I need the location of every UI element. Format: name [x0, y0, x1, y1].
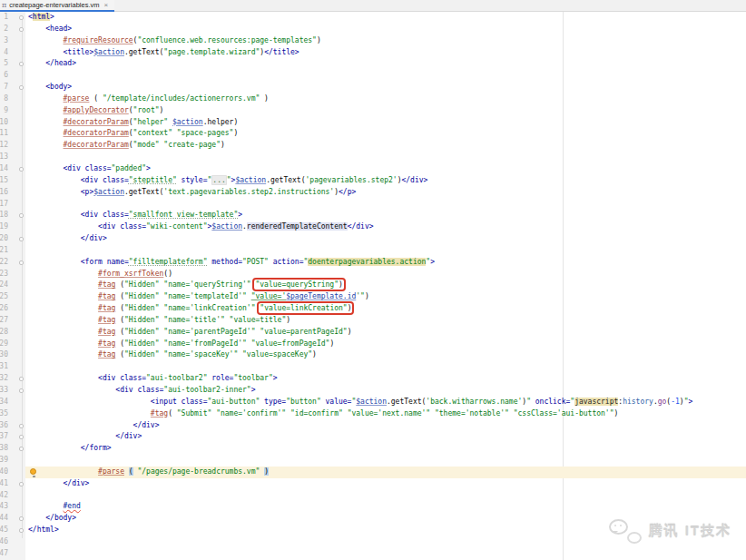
code-line-36[interactable]: 36 </div> — [0, 420, 746, 432]
fold-marker-icon[interactable] — [19, 424, 24, 428]
fold-column[interactable] — [8, 525, 25, 536]
code-line-31[interactable]: 31 — [0, 361, 746, 373]
fold-column[interactable] — [8, 82, 25, 93]
code-line-10[interactable]: 10 #decoratorParam("helper" $action.help… — [0, 117, 746, 129]
code-line-35[interactable]: 35 #tag( "Submit" "name='confirm'" "id=c… — [0, 408, 746, 420]
code-token — [28, 304, 98, 312]
fold-column[interactable] — [8, 24, 25, 35]
fold-marker-icon[interactable] — [19, 528, 24, 533]
code-line-7[interactable]: 7 <body> — [0, 82, 746, 93]
code-line-12[interactable]: 12 #decoratorParam("mode" "create-page") — [0, 140, 746, 152]
code-token: "name='confirm'" — [216, 409, 286, 418]
fold-marker-icon[interactable] — [19, 388, 24, 393]
code-token: 'text.pagevariables.step2.instructions' — [163, 188, 334, 196]
code-line-3[interactable]: 3 #requireResource("confluence.web.resou… — [0, 35, 746, 47]
code-line-43[interactable]: 43 #end — [0, 501, 746, 513]
code-token: ( — [89, 94, 102, 103]
fold-marker-icon[interactable] — [19, 167, 24, 172]
code-line-32[interactable]: 32 <div class="aui-toolbar2" role="toolb… — [0, 373, 746, 385]
code-line-25[interactable]: 25 #tag ("Hidden" "name='templateId'" "v… — [0, 291, 746, 303]
fold-marker-icon[interactable] — [19, 62, 24, 66]
fold-column[interactable] — [8, 257, 25, 269]
fold-column[interactable] — [8, 58, 25, 70]
fold-marker-icon[interactable] — [19, 237, 24, 241]
fold-column[interactable] — [8, 373, 25, 385]
fold-column[interactable] — [8, 385, 25, 397]
code-line-21[interactable]: 21 — [0, 245, 746, 257]
intention-bulb-icon[interactable] — [30, 468, 36, 475]
code-line-2[interactable]: 2 <head> — [0, 24, 746, 35]
ide-window: π createpage-entervariables.vm × 1<html>… — [0, 0, 746, 560]
code-line-11[interactable]: 11 #decoratorParam("context" "space-page… — [0, 128, 746, 140]
code-line-29[interactable]: 29 #tag ("Hidden" "name='fromPageId'" "v… — [0, 339, 746, 350]
code-line-28[interactable]: 28 #tag ("Hidden" "name='parentPageId'" … — [0, 327, 746, 339]
code-editor[interactable]: 1<html>2 <head>3 #requireResource("confl… — [0, 12, 746, 560]
code-text: #parse ( "/pages/page-breadcrumbs.vm" ) — [25, 467, 269, 478]
code-line-9[interactable]: 9 #applyDecorator("root") — [0, 105, 746, 117]
code-line-14[interactable]: 14 <div class="padded"> — [0, 163, 746, 175]
code-token: "Hidden" — [124, 280, 160, 289]
code-token: html — [33, 13, 50, 21]
code-line-19[interactable]: 19 <div class="wiki-content">$action.ren… — [0, 221, 746, 233]
tab-createpage-entervariables[interactable]: π createpage-entervariables.vm × — [0, 0, 114, 12]
code-line-42[interactable]: 42 — [0, 490, 746, 502]
fold-marker-icon[interactable] — [19, 516, 24, 521]
fold-marker-icon[interactable] — [19, 377, 24, 381]
fold-column[interactable] — [8, 513, 25, 525]
fold-marker-icon[interactable] — [19, 482, 24, 486]
code-line-26[interactable]: 26 #tag ("Hidden" "name='linkCreation'" … — [0, 303, 746, 315]
fold-column[interactable] — [8, 210, 25, 221]
code-line-17[interactable]: 17 — [0, 199, 746, 211]
line-number: 29 — [0, 339, 8, 350]
code-line-6[interactable]: 6 — [0, 70, 746, 82]
fold-column[interactable] — [8, 163, 25, 175]
code-line-5[interactable]: 5 </head> — [0, 58, 746, 70]
code-line-34[interactable]: 34 <input class="aui-button" type="butto… — [0, 397, 746, 408]
code-line-8[interactable]: 8 #parse ( "/template/includes/actionerr… — [0, 93, 746, 105]
code-text — [25, 199, 28, 211]
code-line-30[interactable]: 30 #tag ("Hidden" "name='spaceKey'" "val… — [0, 349, 746, 361]
code-text — [25, 536, 28, 548]
fold-marker-icon[interactable] — [19, 435, 24, 439]
code-line-16[interactable]: 16 <p>$action.getText('text.pagevariable… — [0, 187, 746, 199]
code-token: "padded" — [112, 164, 147, 172]
fold-marker-icon[interactable] — [19, 213, 24, 218]
code-token: <div class= — [81, 176, 129, 184]
fold-column — [8, 35, 25, 47]
code-line-15[interactable]: 15 <div class="steptitle" style="...">$a… — [0, 175, 746, 187]
code-line-1[interactable]: 1<html> — [0, 12, 746, 24]
code-line-18[interactable]: 18 <div class="smallfont view-template"> — [0, 210, 746, 221]
fold-column[interactable] — [8, 431, 25, 443]
code-line-22[interactable]: 22 <form name="filltemplateform" method=… — [0, 257, 746, 269]
fold-marker-icon[interactable] — [19, 260, 24, 265]
fold-marker-icon[interactable] — [19, 27, 24, 32]
code-line-47[interactable]: 47 — [0, 548, 746, 560]
code-text: <body> — [25, 82, 72, 93]
fold-column[interactable] — [8, 12, 25, 24]
code-line-38[interactable]: 38 </form> — [0, 443, 746, 455]
fold-marker-icon[interactable] — [19, 85, 24, 90]
close-icon[interactable]: × — [103, 2, 108, 9]
fold-marker-icon[interactable] — [19, 447, 24, 451]
fold-column[interactable] — [8, 233, 25, 245]
code-line-39[interactable]: 39 — [0, 455, 746, 467]
fold-column[interactable] — [8, 443, 25, 455]
code-token: "wiki-content" — [146, 222, 207, 231]
code-line-23[interactable]: 23 #form_xsrfToken() — [0, 269, 746, 280]
code-token — [28, 258, 81, 266]
code-line-20[interactable]: 20 </div> — [0, 233, 746, 245]
code-line-40[interactable]: 40 #parse ( "/pages/page-breadcrumbs.vm"… — [0, 467, 746, 478]
fold-column[interactable] — [8, 420, 25, 432]
code-area[interactable]: 1<html>2 <head>3 #requireResource("confl… — [0, 12, 746, 560]
code-line-27[interactable]: 27 #tag ("Hidden" "name='title'" "value=… — [0, 315, 746, 327]
code-line-37[interactable]: 37 </div> — [0, 431, 746, 443]
code-token: "value=linkCreation" — [260, 304, 347, 312]
code-line-4[interactable]: 4 <title>$action.getText("page.template.… — [0, 47, 746, 59]
code-line-24[interactable]: 24 #tag ("Hidden" "name='queryString'" "… — [0, 280, 746, 291]
fold-marker-icon[interactable] — [19, 15, 24, 20]
code-line-41[interactable]: 41 </div> — [0, 478, 746, 490]
code-line-33[interactable]: 33 <div class="aui-toolbar2-inner"> — [0, 385, 746, 397]
fold-column[interactable] — [8, 478, 25, 490]
code-line-13[interactable]: 13 — [0, 152, 746, 163]
code-token: "helper" — [133, 118, 169, 126]
